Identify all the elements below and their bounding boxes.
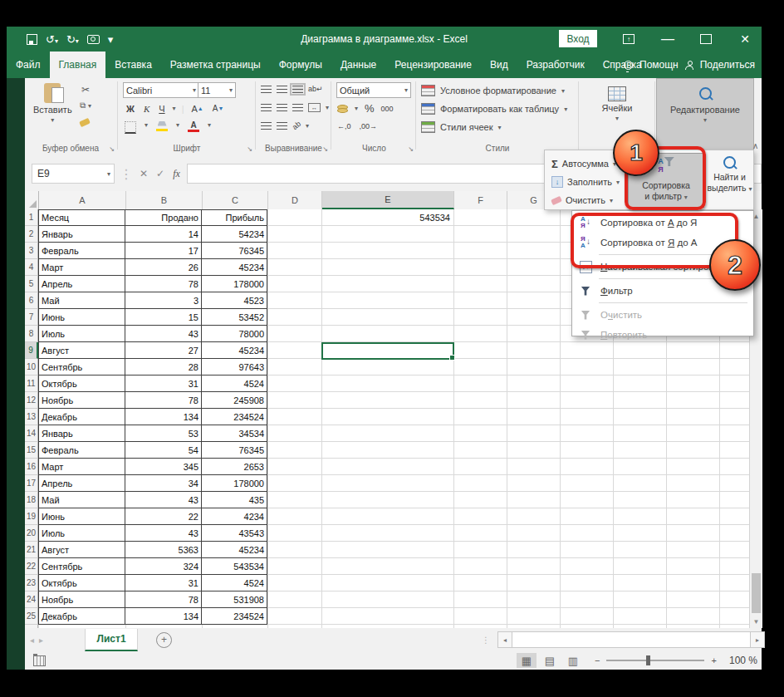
paste-button[interactable]: Вставить ▾ [33,83,72,124]
cell-A12[interactable]: Ноябрь [38,392,125,409]
cell-C19[interactable]: 4234 [202,508,267,525]
cell-A8[interactable]: Июль [38,326,125,342]
cell-B12[interactable]: 78 [125,392,202,409]
row-header-25[interactable]: 25 [25,608,38,625]
cell-C10[interactable]: 97643 [202,359,267,375]
cell-A24[interactable]: Ноябрь [38,591,125,608]
add-sheet-icon[interactable]: + [156,632,172,648]
cell-C1[interactable]: Прибыль [202,209,267,226]
maximize-button[interactable] [693,27,718,52]
share-person-icon[interactable] [685,66,693,70]
row-header-2[interactable]: 2 [25,226,38,243]
copy-icon[interactable]: ⧉ ▾ [80,101,91,110]
cell-B4[interactable]: 26 [125,259,202,276]
cell-A16[interactable]: Март [38,459,125,475]
cell-C11[interactable]: 4524 [202,375,267,392]
horizontal-scrollbar[interactable]: ⋮ ◂ ▸ [482,632,765,647]
cell-A2[interactable]: Январь [38,226,125,243]
percent-icon[interactable]: % [365,102,375,115]
tab-формулы[interactable]: Формулы [270,52,331,78]
page-break-view-icon[interactable]: ▥ [563,653,583,668]
cell-B16[interactable]: 345 [125,459,202,475]
page-layout-view-icon[interactable]: ▤ [540,653,560,668]
row-header-18[interactable]: 18 [25,492,38,508]
cell-A14[interactable]: Январь [38,425,125,442]
clear-button[interactable]: Очистить▾ [551,192,613,209]
underline-dropdown[interactable]: ▾ [173,105,176,112]
cell-A5[interactable]: Апрель [38,276,125,292]
help-lightbulb-icon[interactable] [624,61,633,70]
scroll-right-icon[interactable]: ▸ [751,631,765,648]
cell-B2[interactable]: 14 [125,226,202,243]
vertical-scroll-thumb[interactable] [752,573,761,613]
align-center-icon[interactable] [277,104,287,111]
cell-A7[interactable]: Июнь [38,309,125,326]
cell-C7[interactable]: 53452 [202,309,267,326]
row-header-8[interactable]: 8 [25,326,38,342]
row-header-4[interactable]: 4 [25,259,38,276]
row-header-17[interactable]: 17 [25,475,38,492]
format-as-table-button[interactable]: Форматировать как таблицу▾ [421,103,567,115]
format-painter-icon[interactable] [79,118,91,127]
merge-center-icon[interactable]: ↔ [308,103,321,112]
cell-B14[interactable]: 53 [125,425,202,442]
align-left-icon[interactable] [261,104,272,111]
align-right-icon[interactable] [292,104,303,111]
cut-icon[interactable]: ✂ [81,85,90,95]
cell-B19[interactable]: 22 [125,508,202,525]
cell-A9[interactable]: Август [38,342,125,359]
row-header-15[interactable]: 15 [25,442,38,459]
cell-E1[interactable]: 543534 [321,209,453,226]
column-header-A[interactable]: A [39,191,126,209]
next-sheet-icon[interactable]: ▸ [39,636,43,645]
row-header-16[interactable]: 16 [25,459,38,475]
column-header-B[interactable]: B [126,191,203,209]
thousands-icon[interactable]: 000 [381,105,394,113]
cell-B25[interactable]: 134 [125,608,202,625]
cell-A20[interactable]: Июль [38,525,125,542]
orientation-icon[interactable]: ab [291,120,302,131]
cell-B11[interactable]: 31 [125,375,202,392]
cell-A13[interactable]: Декабрь [38,409,125,425]
zoom-slider[interactable] [606,660,704,661]
number-dialog-launcher[interactable]: ↘ [408,145,414,153]
close-button[interactable]: ✕ [733,27,757,52]
cell-A21[interactable]: Август [38,542,125,558]
clipboard-dialog-launcher[interactable]: ↘ [109,145,115,153]
increase-indent-icon[interactable] [277,122,287,130]
conditional-formatting-button[interactable]: Условное форматирование▾ [421,85,565,96]
tab-вставка[interactable]: Вставка [105,52,161,78]
wrap-text-icon[interactable]: ab↵ [308,85,323,93]
cell-B7[interactable]: 15 [125,309,202,326]
active-cell-selection[interactable] [321,342,454,360]
cell-C2[interactable]: 54234 [202,226,267,243]
tab-рецензирование[interactable]: Рецензирование [385,52,481,78]
italic-button[interactable]: К [142,102,151,115]
decrease-indent-icon[interactable] [261,122,272,130]
row-header-10[interactable]: 10 [25,359,38,375]
cell-A10[interactable]: Сентябрь [38,359,125,375]
cell-B22[interactable]: 324 [125,558,202,575]
help-label[interactable]: Помощн [639,59,679,71]
cell-styles-button[interactable]: Стили ячеек▾ [421,121,502,133]
cell-A15[interactable]: Февраль [38,442,125,459]
font-color-icon[interactable]: А [188,121,199,132]
fill-handle[interactable] [449,355,455,361]
align-middle-icon[interactable] [277,86,287,93]
cell-C23[interactable]: 4524 [202,575,267,591]
row-header-20[interactable]: 20 [25,525,38,542]
borders-icon[interactable] [125,121,136,134]
zoom-level[interactable]: 100 % [729,655,757,666]
decrease-font-button[interactable]: А▼ [211,102,226,115]
share-label[interactable]: Поделиться [700,59,755,71]
cell-A22[interactable]: Сентябрь [38,558,125,575]
cell-C6[interactable]: 4523 [202,292,267,309]
cell-B9[interactable]: 27 [125,342,202,359]
cell-C13[interactable]: 234524 [202,409,267,425]
column-header-F[interactable]: F [454,191,507,209]
row-header-13[interactable]: 13 [25,409,38,425]
cell-C4[interactable]: 45234 [202,259,267,276]
bold-button[interactable]: Ж [125,102,136,115]
horizontal-scroll-thumb[interactable] [512,631,751,648]
cell-C22[interactable]: 543534 [202,558,267,575]
